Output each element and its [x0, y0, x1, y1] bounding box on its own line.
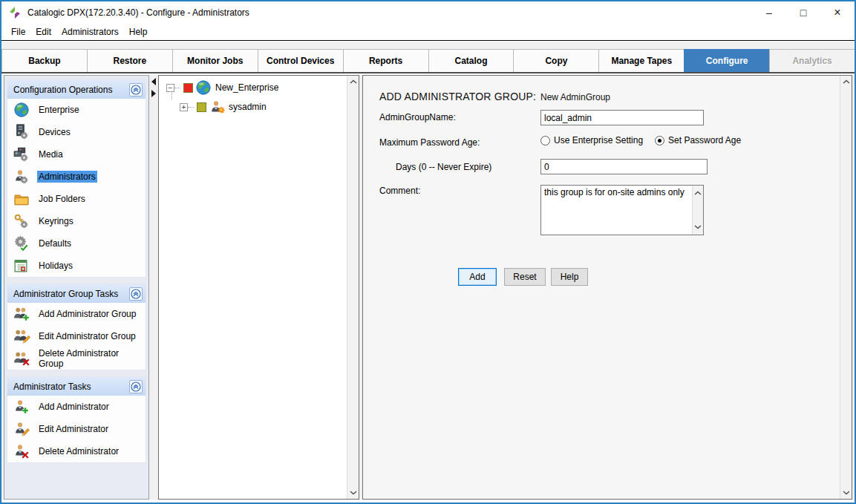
admin-group-name-input[interactable]	[540, 110, 704, 125]
comment-textarea[interactable]: this group is for on-site admins only	[541, 186, 692, 235]
panel-scrollbar[interactable]	[840, 76, 852, 499]
sidebar-item-add-administrator-group[interactable]: Add Administrator Group	[7, 303, 146, 325]
comment-scrollbar[interactable]	[692, 186, 703, 235]
group-edit-icon	[13, 328, 31, 344]
scroll-up-icon[interactable]	[692, 187, 704, 199]
person-star-icon	[209, 99, 224, 114]
tree-checkbox-red[interactable]	[183, 83, 193, 93]
double-chevron-up-icon	[131, 289, 141, 299]
menu-edit[interactable]: Edit	[30, 25, 56, 39]
days-input[interactable]	[540, 159, 708, 174]
maximize-button[interactable]: □	[786, 1, 820, 24]
sidebar-item-media[interactable]: Media	[7, 143, 146, 166]
tree-node-sysadmin[interactable]: + sysadmin	[180, 99, 267, 114]
sidebar-item-label: Devices	[37, 126, 72, 138]
section-header[interactable]: Administrator Tasks	[7, 377, 146, 396]
section-administrator-tasks: Administrator Tasks Add Administrator Ed…	[7, 376, 146, 463]
collapse-button[interactable]	[129, 287, 143, 301]
tab-copy[interactable]: Copy	[513, 49, 599, 72]
globe-icon	[13, 102, 31, 118]
tree-node-label[interactable]: New_Enterprise	[215, 82, 278, 93]
sidebar-item-label: Media	[37, 148, 65, 160]
tree-scrollbar[interactable]	[347, 76, 359, 499]
enterprise-tree-panel: − New_Enterprise + sysadmin	[158, 75, 359, 500]
sidebar-item-label: Holidays	[37, 260, 74, 272]
tree-node-label[interactable]: sysadmin	[229, 102, 267, 112]
minimize-button[interactable]: –	[752, 1, 786, 24]
scroll-down-icon[interactable]	[692, 221, 704, 233]
tab-monitor-jobs[interactable]: Monitor Jobs	[172, 49, 258, 72]
menu-administrators[interactable]: Administrators	[56, 25, 124, 39]
scroll-down-icon[interactable]	[840, 487, 852, 499]
key-gear-icon	[13, 213, 31, 229]
sidebar-item-job-folders[interactable]: Job Folders	[7, 188, 146, 210]
add-button[interactable]: Add	[458, 268, 497, 286]
sidebar-item-label: Administrators	[37, 171, 97, 183]
sidebar-item-administrators[interactable]: Administrators	[7, 166, 146, 188]
tab-configure[interactable]: Configure	[684, 49, 770, 72]
section-title: Administrator Group Tasks	[13, 289, 129, 299]
scroll-up-icon[interactable]	[840, 76, 852, 88]
section-header[interactable]: Configuration Operations	[7, 80, 146, 99]
person-add-icon	[13, 399, 31, 415]
section-title: Configuration Operations	[13, 85, 129, 95]
calendar-icon	[13, 258, 31, 274]
group-delete-icon	[13, 350, 31, 367]
catalogic-logo-icon	[8, 6, 22, 19]
menu-file[interactable]: File	[6, 25, 30, 39]
sidebar-item-enterprise[interactable]: Enterprise	[7, 99, 146, 121]
sidebar-item-devices[interactable]: Devices	[7, 121, 146, 143]
sidebar-item-keyrings[interactable]: Keyrings	[7, 210, 146, 232]
tab-backup[interactable]: Backup	[1, 49, 88, 72]
max-password-age-options: Use Enterprise Setting Set Password Age	[540, 135, 741, 145]
set-password-age-label[interactable]: Set Password Age	[668, 135, 741, 145]
tab-catalog[interactable]: Catalog	[428, 49, 514, 72]
collapse-button[interactable]	[129, 380, 143, 393]
section-header[interactable]: Administrator Group Tasks	[7, 284, 146, 303]
sidebar-item-edit-administrator[interactable]: Edit Administrator	[7, 418, 146, 440]
sidebar-item-defaults[interactable]: Defaults	[7, 232, 146, 255]
comment-label: Comment:	[379, 186, 420, 196]
collapse-button[interactable]	[129, 83, 143, 96]
sidebar: Configuration Operations Enterprise Devi…	[4, 75, 149, 500]
collapse-node-icon[interactable]: −	[166, 84, 174, 92]
sidebar-item-delete-administrator-group[interactable]: Delete Administrator Group	[7, 347, 146, 370]
tab-restore[interactable]: Restore	[87, 49, 173, 72]
close-button[interactable]: ×	[820, 1, 855, 24]
folder-icon	[13, 191, 31, 207]
tree-checkbox-olive[interactable]	[197, 102, 206, 112]
form-heading: ADD ADMINISTRATOR GROUP:	[379, 91, 536, 102]
scroll-up-icon[interactable]	[347, 76, 359, 88]
sidebar-item-edit-administrator-group[interactable]: Edit Administrator Group	[7, 325, 146, 347]
menu-help[interactable]: Help	[124, 25, 153, 39]
double-chevron-up-icon	[131, 85, 141, 95]
set-password-age-radio[interactable]	[655, 136, 664, 145]
tab-analytics[interactable]: Analytics	[769, 49, 855, 72]
person-edit-icon	[13, 421, 31, 437]
sidebar-item-label: Defaults	[37, 238, 73, 249]
sidebar-item-delete-administrator[interactable]: Delete Administrator	[7, 440, 146, 462]
gear-check-icon	[13, 235, 31, 252]
tab-reports[interactable]: Reports	[343, 49, 429, 72]
tab-control-devices[interactable]: Control Devices	[258, 49, 344, 72]
comment-field: this group is for on-site admins only	[540, 185, 704, 235]
expand-node-icon[interactable]: +	[180, 103, 188, 111]
scroll-down-icon[interactable]	[347, 487, 359, 499]
help-button[interactable]: Help	[551, 268, 588, 286]
sidebar-item-label: Edit Administrator Group	[37, 330, 137, 342]
max-password-age-label: Maximum Password Age:	[379, 137, 480, 148]
sidebar-item-holidays[interactable]: Holidays	[7, 255, 146, 277]
sidebar-item-add-administrator[interactable]: Add Administrator	[7, 396, 146, 418]
title-bar: Catalogic DPX(172.20.3.40) - Configure -…	[1, 1, 855, 24]
reset-button[interactable]: Reset	[504, 268, 546, 286]
use-enterprise-setting-label[interactable]: Use Enterprise Setting	[554, 135, 643, 145]
use-enterprise-setting-radio[interactable]	[540, 136, 550, 145]
expand-right-icon[interactable]	[151, 90, 156, 97]
sidebar-item-label: Delete Administrator	[37, 445, 120, 457]
tab-manage-tapes[interactable]: Manage Tapes	[598, 49, 685, 72]
sidebar-item-label: Edit Administrator	[37, 423, 110, 435]
sidebar-splitter[interactable]	[149, 75, 158, 500]
collapse-left-icon[interactable]	[151, 78, 156, 85]
tree-node-new-enterprise[interactable]: − New_Enterprise	[166, 80, 278, 95]
section-configuration-operations: Configuration Operations Enterprise Devi…	[7, 79, 146, 278]
